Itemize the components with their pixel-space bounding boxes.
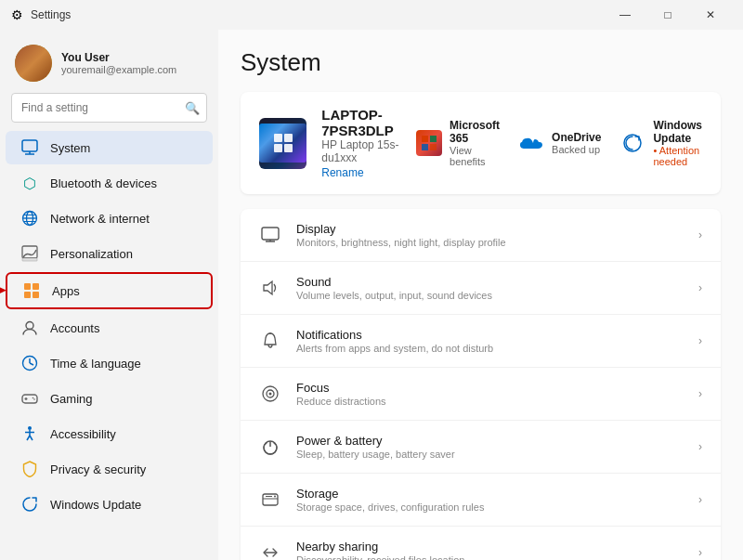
maximize-button[interactable]: □ xyxy=(646,0,689,30)
svg-rect-30 xyxy=(430,136,437,142)
sidebar-label-time: Time & language xyxy=(50,357,141,371)
sidebar-label-privacy: Privacy & security xyxy=(50,462,146,476)
device-model: HP Laptop 15s-du1xxx xyxy=(321,138,416,164)
sidebar-label-apps: Apps xyxy=(52,284,80,298)
sidebar-item-windows-update[interactable]: Windows Update xyxy=(6,488,213,521)
sidebar-item-network[interactable]: Network & internet xyxy=(6,202,213,235)
system-icon xyxy=(20,138,39,157)
nearby-title: Nearby sharing xyxy=(296,540,698,553)
sidebar-item-apps[interactable]: Apps xyxy=(6,272,213,309)
gaming-icon xyxy=(20,389,39,408)
focus-text: Focus Reduce distractions xyxy=(296,381,698,407)
storage-text: Storage Storage space, drives, configura… xyxy=(296,487,698,513)
sound-text: Sound Volume levels, output, input, soun… xyxy=(296,275,698,301)
device-rename-link[interactable]: Rename xyxy=(321,166,416,179)
privacy-icon xyxy=(20,460,39,478)
sidebar-label-bluetooth: Bluetooth & devices xyxy=(50,176,157,190)
sidebar-item-privacy[interactable]: Privacy & security xyxy=(6,452,213,486)
sound-icon xyxy=(259,277,281,299)
settings-item-storage[interactable]: Storage Storage space, drives, configura… xyxy=(241,474,721,527)
svg-rect-29 xyxy=(422,136,428,142)
sidebar-item-accessibility[interactable]: Accessibility xyxy=(6,417,213,450)
accessibility-icon xyxy=(20,424,39,443)
device-services: Microsoft 365 View benefits OneDrive Bac… xyxy=(416,119,702,167)
svg-point-46 xyxy=(274,496,276,498)
sidebar-label-accessibility: Accessibility xyxy=(50,427,116,441)
app-container: You User youremail@example.com 🔍 System xyxy=(0,30,743,560)
settings-item-notifications[interactable]: Notifications Alerts from apps and syste… xyxy=(241,315,721,368)
user-profile[interactable]: You User youremail@example.com xyxy=(0,30,218,93)
minimize-button[interactable]: — xyxy=(604,0,646,30)
user-name: You User xyxy=(61,51,176,64)
service-m365: Microsoft 365 View benefits xyxy=(416,119,500,167)
storage-icon xyxy=(259,488,281,511)
onedrive-icon xyxy=(518,130,544,156)
svg-rect-34 xyxy=(262,228,279,240)
svg-rect-32 xyxy=(430,144,437,150)
power-text: Power & battery Sleep, battery usage, ba… xyxy=(296,434,698,460)
sidebar-label-network: Network & internet xyxy=(50,212,150,226)
nearby-chevron: › xyxy=(698,546,702,559)
sidebar-label-accounts: Accounts xyxy=(50,321,99,335)
svg-line-28 xyxy=(30,436,33,440)
network-icon xyxy=(20,209,39,228)
settings-item-display[interactable]: Display Monitors, brightness, night ligh… xyxy=(241,209,721,262)
sidebar-item-bluetooth[interactable]: ⬡ Bluetooth & devices xyxy=(6,166,213,200)
settings-item-focus[interactable]: Focus Reduce distractions › xyxy=(241,368,721,421)
power-chevron: › xyxy=(698,440,702,453)
sound-title: Sound xyxy=(296,275,698,289)
settings-item-sound[interactable]: Sound Volume levels, output, input, soun… xyxy=(241,262,721,315)
windows-update-icon xyxy=(20,495,39,514)
windows-update-service-text: Windows Update • Attention needed xyxy=(653,119,702,167)
m365-status: View benefits xyxy=(450,145,500,167)
notifications-title: Notifications xyxy=(296,328,698,342)
windows-logo xyxy=(274,134,293,152)
svg-line-18 xyxy=(30,363,33,365)
display-desc: Monitors, brightness, night light, displ… xyxy=(296,237,698,248)
close-button[interactable]: ✕ xyxy=(689,0,732,30)
svg-rect-11 xyxy=(24,283,31,290)
settings-item-power[interactable]: Power & battery Sleep, battery usage, ba… xyxy=(241,421,721,474)
sidebar-item-gaming[interactable]: Gaming xyxy=(6,382,213,415)
storage-title: Storage xyxy=(296,487,698,501)
settings-item-nearby[interactable]: Nearby sharing Discoverability, received… xyxy=(241,527,721,560)
sound-desc: Volume levels, output, input, sound devi… xyxy=(296,290,698,301)
sidebar-label-gaming: Gaming xyxy=(50,392,93,406)
sidebar-item-accounts[interactable]: Accounts xyxy=(6,311,213,345)
onedrive-name: OneDrive xyxy=(552,131,601,144)
power-icon xyxy=(259,436,281,458)
focus-title: Focus xyxy=(296,381,698,395)
device-thumbnail xyxy=(259,118,306,169)
svg-rect-31 xyxy=(422,144,428,150)
svg-point-22 xyxy=(33,397,34,399)
svg-rect-12 xyxy=(33,283,39,290)
sidebar-item-personalization[interactable]: Personalization xyxy=(6,237,213,270)
onedrive-text: OneDrive Backed up xyxy=(552,131,601,155)
power-desc: Sleep, battery usage, battery saver xyxy=(296,449,698,460)
svg-rect-0 xyxy=(22,140,37,151)
notifications-icon xyxy=(259,330,281,352)
svg-point-23 xyxy=(33,398,35,400)
sidebar-label-system: System xyxy=(50,141,90,155)
display-title: Display xyxy=(296,222,698,236)
avatar xyxy=(15,45,52,82)
device-info: LAPTOP-7PSR3DLP HP Laptop 15s-du1xxx Ren… xyxy=(321,107,416,179)
sidebar-item-system[interactable]: System xyxy=(6,131,213,164)
svg-point-15 xyxy=(26,322,33,330)
settings-list: Display Monitors, brightness, night ligh… xyxy=(241,209,721,560)
windows-update-service-status: • Attention needed xyxy=(653,145,702,167)
main-content: System LAPTOP-7PSR3DLP HP Laptop 15s-du1… xyxy=(218,30,743,560)
user-info: You User youremail@example.com xyxy=(61,51,176,75)
display-icon xyxy=(259,224,281,246)
page-title: System xyxy=(241,48,721,77)
titlebar: ⚙ Settings — □ ✕ xyxy=(0,0,743,30)
svg-rect-10 xyxy=(22,258,37,261)
display-chevron: › xyxy=(698,228,702,241)
svg-point-40 xyxy=(269,393,272,396)
search-input[interactable] xyxy=(11,93,207,123)
device-left: LAPTOP-7PSR3DLP HP Laptop 15s-du1xxx Ren… xyxy=(259,107,416,179)
sidebar-item-time[interactable]: Time & language xyxy=(6,346,213,380)
sidebar-item-apps-wrapper: ➤ Apps xyxy=(6,272,213,309)
storage-desc: Storage space, drives, configuration rul… xyxy=(296,501,698,513)
m365-text: Microsoft 365 View benefits xyxy=(450,119,500,167)
